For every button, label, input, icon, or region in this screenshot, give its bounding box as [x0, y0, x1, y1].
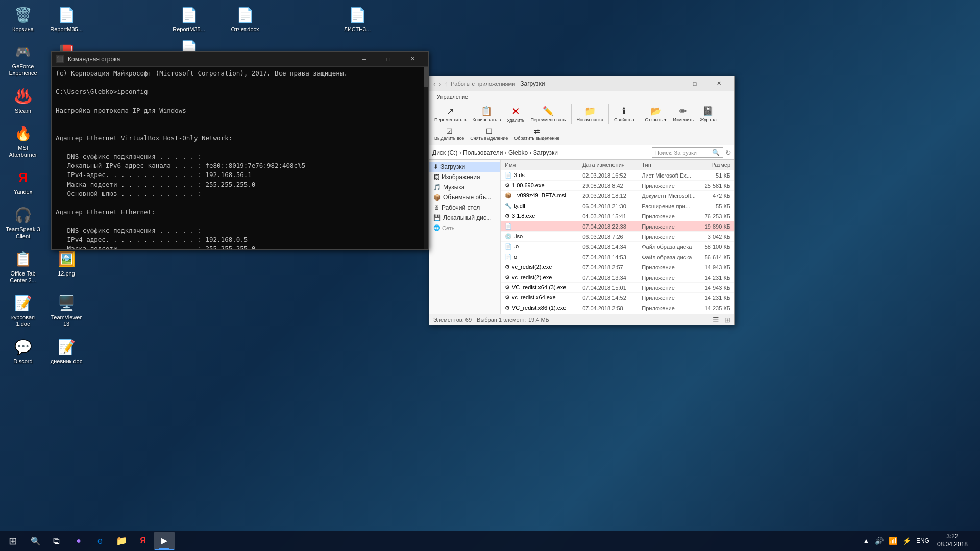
desktop-icon-dnevnik[interactable]: 📝 дневник.doc: [46, 335, 87, 367]
file-date: 29.08.2018 8:42: [580, 182, 640, 189]
taskbar-app-purple[interactable]: ●: [68, 532, 89, 550]
purple-app-icon: ●: [76, 536, 81, 545]
cmd-scrollbar[interactable]: [424, 67, 428, 249]
view-grid-icon[interactable]: ⊞: [724, 316, 730, 324]
desktop-icon-geforce[interactable]: 🎮 GeForce Experience: [3, 40, 43, 79]
sidebar-item-images[interactable]: 🖼 Изображения: [429, 172, 500, 182]
tray-lang[interactable]: ENG: [915, 537, 931, 544]
toolbar-deselect-btn[interactable]: ☐ Снять выделение: [468, 126, 510, 142]
col-name[interactable]: Имя: [503, 161, 580, 169]
file-row[interactable]: 📄3.ds 02.03.2018 16:52 Лист Microsoft Ex…: [501, 170, 734, 181]
kursovaya-icon: 📝: [13, 293, 33, 313]
desktop-icon-msi[interactable]: 🔥 MSI Afterburner: [3, 121, 43, 160]
cmd-content: (с) Корпорация Майкрософт (Microsoft Cor…: [52, 67, 428, 249]
explorer-ribbon: Управление ↗ Переместить в 📋 Копировать …: [429, 91, 734, 145]
col-type[interactable]: Тип: [640, 161, 699, 169]
view-list-icon[interactable]: ☰: [713, 316, 719, 324]
tray-volume[interactable]: 🔊: [873, 537, 885, 545]
file-date: 06.04.2018 21:30: [580, 203, 640, 210]
cmd-minimize-btn[interactable]: ─: [353, 52, 376, 67]
cmd-maximize-btn[interactable]: □: [377, 52, 400, 67]
file-row[interactable]: ⚙vc_redist.x64.exe 07.04.2018 14:52 Прил…: [501, 293, 734, 303]
toolbar-properties-btn[interactable]: ℹ Свойства: [612, 105, 636, 123]
desktop-icon-yandex[interactable]: Я Yandex: [3, 165, 43, 197]
addressbar-refresh-btn[interactable]: ↻: [725, 148, 731, 157]
file-row[interactable]: 📄 07.04.2018 22:38 Приложение 19 890 КБ: [501, 221, 734, 232]
tray-arrow[interactable]: ▲: [861, 537, 871, 545]
taskbar-task-view-button[interactable]: ⧉: [46, 531, 66, 551]
col-date[interactable]: Дата изменения: [580, 161, 640, 169]
toolbar-newfolder-btn[interactable]: 📁 Новая папка: [575, 105, 605, 123]
cmd-close-btn[interactable]: ✕: [401, 52, 424, 67]
toolbar-move-btn[interactable]: ↗ Переместить в: [432, 105, 468, 123]
desktop-icon-reportm35-2[interactable]: 📄 ReportM35...: [168, 3, 209, 35]
desktop-icon-officetab[interactable]: 📋 Office Tab Center 2...: [3, 247, 43, 286]
desktop-icon-teamviewer[interactable]: 🖥️ TeamViewer 13: [46, 291, 87, 330]
rename-label: Переимено-вать: [531, 117, 566, 122]
desktop-icon-reportm35[interactable]: 📄 ReportM35...: [46, 3, 87, 35]
toolbar-journal-btn[interactable]: 📓 Журнал: [698, 105, 719, 123]
explorer-back-btn[interactable]: ‹: [433, 80, 436, 88]
file-name: ⚙1.00.690.exe: [503, 182, 580, 189]
desktop-icon-list[interactable]: 📄 ЛИСТН3...: [337, 3, 378, 35]
toolbar-invert-btn[interactable]: ⇄ Обратить выделение: [512, 126, 561, 142]
explorer-addressbar[interactable]: Диск (C:) › Пользователи › Glebko › Загр…: [429, 145, 734, 160]
explorer-close-btn[interactable]: ✕: [707, 76, 730, 91]
taskbar-search-button[interactable]: 🔍: [26, 531, 46, 551]
file-row[interactable]: ⚙vc_redist(2).exe 07.04.2018 13:34 Прило…: [501, 272, 734, 283]
taskbar-start-button[interactable]: ⊞: [0, 531, 26, 551]
col-size[interactable]: Размер: [699, 161, 732, 169]
file-row[interactable]: ⚙1.00.690.exe 29.08.2018 8:42 Приложение…: [501, 181, 734, 191]
file-rows: 📄3.ds 02.03.2018 16:52 Лист Microsoft Ex…: [501, 170, 734, 314]
tray-network[interactable]: 📶: [887, 537, 899, 545]
desktop-icon-12png[interactable]: 🖼️ 12.png: [46, 247, 87, 286]
taskbar-show-desktop[interactable]: [976, 531, 980, 551]
explorer-fwd-btn[interactable]: ›: [439, 80, 442, 88]
file-row[interactable]: 💿.iso 06.03.2018 7:26 Приложение 3 042 К…: [501, 232, 734, 242]
toolbar-copy-btn[interactable]: 📋 Копировать в: [470, 105, 503, 123]
file-type: Файл образа диска: [640, 254, 699, 261]
desktop-icon-steam[interactable]: ♨️ Steam: [3, 84, 43, 116]
file-size: 14 943 КБ: [699, 284, 732, 291]
taskbar-app-browser[interactable]: e: [90, 532, 110, 550]
explorer-minimize-btn[interactable]: ─: [659, 76, 682, 91]
sidebar-item-music[interactable]: 🎵 Музыка: [429, 182, 500, 192]
desktop-icon-korzina[interactable]: 🗑️ Корзина: [3, 3, 43, 35]
tray-battery[interactable]: ⚡: [901, 537, 913, 545]
explorer-search-box[interactable]: Поиск: Загрузки 🔍: [652, 147, 723, 158]
explorer-up-btn[interactable]: ↑: [444, 80, 448, 88]
toolbar-open-btn[interactable]: 📂 Открыть ▾: [643, 105, 669, 123]
file-row[interactable]: ⚙VC_redist.x86 (1).exe 07.04.2018 2:58 П…: [501, 303, 734, 313]
reportm35-2-icon: 📄: [179, 5, 199, 25]
file-row[interactable]: ⚙vc_redist(2).exe 07.04.2018 2:57 Прилож…: [501, 262, 734, 272]
toolbar-delete-btn[interactable]: ✕ Удалить: [505, 104, 526, 124]
file-row[interactable]: ⚙3.1.8.exe 04.03.2018 15:41 Приложение 7…: [501, 211, 734, 221]
toolbar-rename-btn[interactable]: ✏️ Переимено-вать: [529, 105, 568, 123]
sidebar-item-desktop[interactable]: 🖥 Рабочий стол: [429, 203, 500, 213]
taskbar-app-cmd[interactable]: ▶: [154, 532, 175, 550]
sidebar-item-local-disk[interactable]: 💾 Локальный дис...: [429, 213, 500, 223]
file-row[interactable]: 📄.o 06.04.2018 14:34 Файл образа диска 5…: [501, 242, 734, 252]
desktop-icon-teamspeak[interactable]: 🎧 TeamSpeak 3 Client: [3, 203, 43, 241]
taskbar-app-files[interactable]: 📁: [111, 532, 132, 550]
12png-label: 12.png: [58, 270, 75, 277]
ribbon-tab-upravlenie[interactable]: Управление: [432, 92, 473, 102]
file-row[interactable]: 🔧ty.dll 06.04.2018 21:30 Расширение при.…: [501, 201, 734, 211]
sidebar-item-3d[interactable]: 📦 Объемные объ...: [429, 192, 500, 203]
sidebar-item-downloads[interactable]: ⬇ Загрузки: [429, 162, 500, 172]
explorer-maximize-btn[interactable]: □: [683, 76, 706, 91]
toolbar-edit-btn[interactable]: ✏ Изменить: [671, 105, 696, 123]
desktop-icon-kursovaya[interactable]: 📝 курсовая 1.doc: [3, 291, 43, 330]
file-row[interactable]: 📦_v099z49_BETA.msi 20.03.2018 18:12 Доку…: [501, 191, 734, 201]
taskbar-app-yandex[interactable]: Я: [133, 532, 153, 550]
desktop-icon-discord[interactable]: 💬 Discord: [3, 335, 43, 367]
file-row[interactable]: 📄o 07.04.2018 14:53 Файл образа диска 56…: [501, 252, 734, 262]
file-date: 02.03.2018 16:52: [580, 172, 640, 179]
delete-icon: ✕: [511, 105, 520, 117]
reportm35-label: ReportM35...: [50, 26, 83, 33]
file-row[interactable]: ⚙VC_redist.x64 (3).exe 07.04.2018 15:01 …: [501, 283, 734, 293]
desktop-icon-otchet[interactable]: 📄 Отчет.docx: [225, 3, 265, 35]
taskbar-tray: ▲ 🔊 📶 ⚡ ENG 3:22 08.04.2018: [857, 531, 976, 551]
taskbar-clock[interactable]: 3:22 08.04.2018: [933, 533, 972, 548]
toolbar-selectall-btn[interactable]: ☑ Выделить все: [432, 126, 466, 142]
